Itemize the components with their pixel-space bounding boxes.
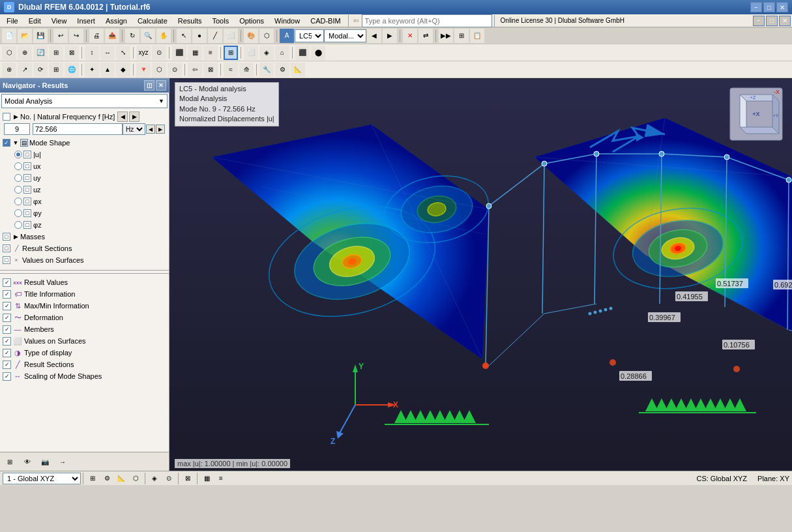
pan-btn[interactable]: ✋ bbox=[156, 29, 171, 43]
status-btn9[interactable]: ≡ bbox=[214, 473, 227, 484]
tree-uy-row[interactable]: □ uy bbox=[1, 172, 168, 184]
t2-btn16[interactable]: ◈ bbox=[259, 46, 274, 60]
status-btn4[interactable]: ⬡ bbox=[129, 473, 142, 484]
menu-insert[interactable]: Insert bbox=[72, 14, 100, 27]
t3-btn5[interactable]: 🌐 bbox=[65, 63, 79, 77]
menu-edit[interactable]: Edit bbox=[23, 14, 46, 27]
cb-members[interactable] bbox=[3, 325, 11, 334]
tree-phiz-row[interactable]: □ φz bbox=[1, 219, 168, 231]
tree-phix-row[interactable]: □ φx bbox=[1, 196, 168, 207]
check-type-display[interactable]: ◑ Type of display bbox=[1, 347, 168, 359]
masses-checkbox[interactable]: □ bbox=[3, 233, 10, 241]
t3-btn14[interactable]: ≈ bbox=[224, 63, 238, 77]
modal-dropdown[interactable]: Modal... bbox=[324, 29, 366, 42]
check-result-values[interactable]: xxx Result Values bbox=[1, 276, 168, 288]
t3-btn10[interactable]: ⬡ bbox=[152, 63, 166, 77]
t2-btn10[interactable]: ⊙ bbox=[152, 46, 166, 60]
line-btn[interactable]: ╱ bbox=[208, 29, 222, 43]
result-sections-upper-cb[interactable]: □ bbox=[3, 244, 10, 252]
status-btn1[interactable]: ⊞ bbox=[86, 473, 99, 484]
status-btn7[interactable]: ⊠ bbox=[181, 473, 194, 484]
t3-btn13[interactable]: ⊠ bbox=[203, 63, 218, 77]
t2-btn17[interactable]: ⌂ bbox=[275, 46, 289, 60]
save-btn[interactable]: 💾 bbox=[33, 29, 48, 43]
t2-btn1[interactable]: ⬡ bbox=[2, 46, 16, 60]
node-btn[interactable]: ● bbox=[192, 29, 207, 43]
radio-uy[interactable] bbox=[14, 174, 22, 182]
t3-btn17[interactable]: ⚙ bbox=[275, 63, 289, 77]
undo-btn[interactable]: ↩ bbox=[53, 29, 68, 43]
t3-btn3[interactable]: ⟳ bbox=[33, 63, 48, 77]
status-btn8[interactable]: ▦ bbox=[200, 473, 213, 484]
radio-uz[interactable] bbox=[14, 186, 22, 194]
cb-scaling[interactable] bbox=[3, 372, 11, 381]
render-btn[interactable]: 🎨 bbox=[244, 29, 258, 43]
values-surfaces-row[interactable]: □ × Values on Surfaces bbox=[1, 254, 168, 266]
cb-type-display[interactable] bbox=[3, 349, 11, 357]
panel-bottom-btn1[interactable]: ⊞ bbox=[3, 454, 17, 469]
panel-pin-btn[interactable]: ◫ bbox=[144, 80, 154, 91]
menu-options[interactable]: Options bbox=[234, 14, 269, 27]
cb-ux[interactable]: □ bbox=[23, 162, 31, 170]
tree-phiy-row[interactable]: □ φy bbox=[1, 207, 168, 219]
lc-dropdown[interactable]: LC5 bbox=[295, 29, 324, 42]
values-surfaces-cb[interactable]: □ bbox=[3, 256, 10, 264]
freq-nav-prev[interactable]: ◀ bbox=[117, 111, 128, 122]
check-maxmin[interactable]: ⇅ Max/Min Information bbox=[1, 300, 168, 312]
mode-shape-expand[interactable]: ▼ bbox=[12, 139, 20, 147]
keyword-search-input[interactable] bbox=[362, 14, 492, 27]
freq-prev-btn[interactable]: ◀ bbox=[146, 125, 155, 134]
check-deformation[interactable]: 〜 Deformation bbox=[1, 312, 168, 323]
viewport[interactable]: 0.51737 0.41955 0.69238 0.39967 0.10756 … bbox=[169, 78, 792, 471]
cb-phiy[interactable]: □ bbox=[23, 209, 31, 217]
cb-uz[interactable]: □ bbox=[23, 186, 31, 194]
freq-unit-dropdown[interactable]: Hz bbox=[123, 123, 145, 135]
check-values-surfaces[interactable]: ⬜ Values on Surfaces bbox=[1, 335, 168, 347]
check-scaling[interactable]: ↔ Scaling of Mode Shapes bbox=[1, 370, 168, 382]
t3-btn9[interactable]: 🔻 bbox=[136, 63, 151, 77]
t2-btn13[interactable]: ≡ bbox=[203, 46, 218, 60]
close-button[interactable]: ✕ bbox=[776, 2, 788, 12]
freq-expand-icon[interactable]: ▶ bbox=[12, 113, 20, 121]
radio-ux[interactable] bbox=[14, 162, 22, 170]
t3-btn16[interactable]: 🔧 bbox=[259, 63, 274, 77]
menu-tools[interactable]: Tools bbox=[207, 14, 234, 27]
t2-btn3[interactable]: 🔄 bbox=[33, 46, 48, 60]
t3-btn6[interactable]: ✦ bbox=[85, 63, 99, 77]
result-btn[interactable]: ✕ bbox=[403, 29, 417, 43]
wire-btn[interactable]: ⬡ bbox=[259, 29, 274, 43]
print-btn[interactable]: 🖨 bbox=[89, 29, 104, 43]
prev-mode-btn[interactable]: ◀ bbox=[367, 29, 381, 43]
t3-btn2[interactable]: ↗ bbox=[18, 63, 32, 77]
cb-title-info[interactable] bbox=[3, 290, 11, 299]
tree-u-abs-row[interactable]: □ |u| bbox=[1, 149, 168, 160]
t2-btn9[interactable]: xyz bbox=[136, 46, 151, 60]
zoom-btn[interactable]: 🔍 bbox=[141, 29, 155, 43]
t2-btn6[interactable]: ↕ bbox=[85, 46, 99, 60]
panel-bottom-btn2[interactable]: 👁 bbox=[20, 454, 35, 469]
status-btn2[interactable]: ⚙ bbox=[100, 473, 113, 484]
menu-results[interactable]: Results bbox=[173, 14, 207, 27]
t3-btn18[interactable]: 📐 bbox=[291, 63, 305, 77]
cb-u-abs[interactable]: □ bbox=[23, 151, 31, 158]
freq-nav-next[interactable]: ▶ bbox=[129, 111, 139, 122]
panel-bottom-btn3[interactable]: 📷 bbox=[38, 454, 52, 469]
panel-bottom-btn4[interactable]: → bbox=[55, 454, 70, 469]
t2-btn4[interactable]: ⊞ bbox=[49, 46, 63, 60]
surface-btn[interactable]: ⬜ bbox=[224, 29, 238, 43]
arrows-btn[interactable]: ⇄ bbox=[418, 29, 433, 43]
t2-btn19[interactable]: ⬤ bbox=[311, 46, 325, 60]
radio-phiy[interactable] bbox=[14, 209, 22, 217]
check-title-info[interactable]: 🏷 Title Information bbox=[1, 288, 168, 300]
export-btn[interactable]: 📤 bbox=[105, 29, 119, 43]
t3-btn12[interactable]: ⇦ bbox=[188, 63, 202, 77]
mode-shape-row[interactable]: ✓ ▼ ▤ Mode Shape bbox=[1, 137, 168, 149]
t2-btn2[interactable]: ⊕ bbox=[18, 46, 32, 60]
t2-btn15[interactable]: ⬜ bbox=[244, 46, 258, 60]
panel-close-btn[interactable]: ✕ bbox=[156, 80, 166, 91]
t2-btn7[interactable]: ↔ bbox=[100, 46, 115, 60]
t2-btn5[interactable]: ⊠ bbox=[65, 46, 79, 60]
animate-btn[interactable]: ▶▶ bbox=[439, 29, 453, 43]
cb-deformation[interactable] bbox=[3, 314, 11, 322]
status-btn3[interactable]: 📐 bbox=[115, 473, 128, 484]
